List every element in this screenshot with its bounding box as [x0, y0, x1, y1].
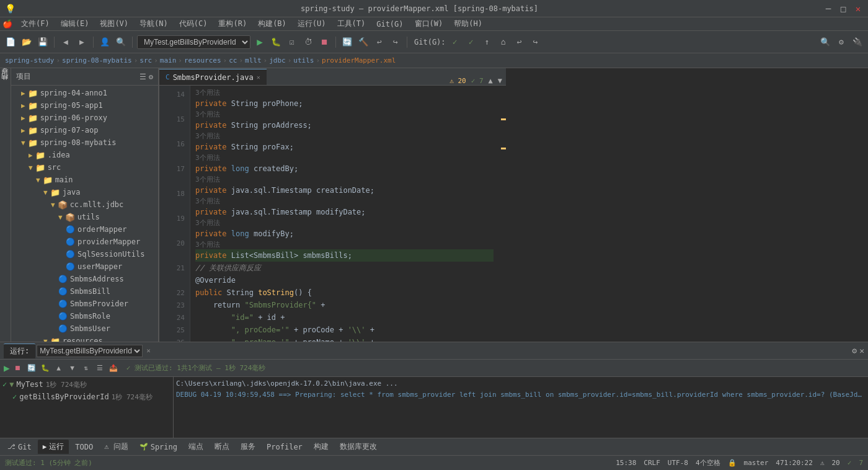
run-filter-btn[interactable]: ☰ [94, 363, 105, 374]
update-btn[interactable]: 🔄 [340, 35, 354, 49]
footer-tab-breakpoints[interactable]: 断点 [210, 440, 234, 454]
tree-item-resources[interactable]: ▼📁resources [11, 335, 158, 342]
nav-spring-study[interactable]: spring-study [5, 56, 54, 64]
run-sort-btn[interactable]: ⇅ [81, 363, 92, 374]
maximize-btn[interactable]: □ [838, 4, 848, 14]
forward-btn[interactable]: ▶ [75, 35, 89, 49]
footer-tab-services[interactable]: 服务 [236, 440, 260, 454]
close-btn[interactable]: ✕ [853, 4, 863, 14]
status-charset[interactable]: UTF-8 [668, 459, 688, 467]
back-btn[interactable]: ◀ [59, 35, 73, 49]
tree-item-orderMapper-java[interactable]: 🔵orderMapper [11, 223, 158, 236]
run-next-btn[interactable]: ▼ [67, 363, 78, 374]
run-rerun-btn[interactable]: 🔄 [26, 363, 37, 374]
tab-smbmsprovider-java[interactable]: C SmbmsProvider.java ✕ [159, 69, 267, 85]
footer-tab-profiler[interactable]: Profiler [262, 441, 308, 453]
nav-utils[interactable]: utils [293, 56, 314, 64]
test-suite-row[interactable]: ✓ ▼ MyTest 1秒 724毫秒 [0, 378, 173, 391]
tree-item-smbmsaddress[interactable]: 🔵SmbmsAddress [11, 273, 158, 285]
tree-item-providerMapper-java[interactable]: 🔵providerMapper [11, 236, 158, 248]
search-btn[interactable]: 🔍 [818, 35, 832, 49]
tree-item-cc-mllt[interactable]: ▼📦cc.mllt.jdbc [11, 198, 158, 211]
footer-tab-spring[interactable]: 🌱 Spring [135, 441, 182, 453]
footer-tab-problems[interactable]: ⚠ 问题 [99, 440, 133, 454]
settings-btn[interactable]: ⚙ [835, 35, 848, 49]
tree-item-spring-07[interactable]: ▶📁spring-07-aop [11, 124, 158, 136]
nav-mllt[interactable]: mllt [245, 56, 262, 64]
run-config-select[interactable]: MyTest.getBillsByProviderId [37, 345, 143, 357]
menu-git[interactable]: Git(G) [371, 19, 408, 30]
new-btn[interactable]: 📄 [4, 35, 17, 49]
footer-tab-todo[interactable]: TODO [70, 441, 98, 453]
status-indent[interactable]: 4个空格 [696, 458, 720, 468]
user-btn[interactable]: 👤 [98, 35, 112, 49]
run-close-tab[interactable]: ✕ [146, 347, 151, 355]
tree-item-smbmsbill[interactable]: 🔵SmbmsBill [11, 285, 158, 298]
tree-item-spring-04[interactable]: ▶📁spring-04-anno1 [11, 87, 158, 99]
profile-btn[interactable]: ⏱ [301, 35, 315, 49]
nav-resources[interactable]: resources [184, 56, 221, 64]
menu-help[interactable]: 帮助(H) [449, 17, 487, 30]
footer-tab-build[interactable]: 构建 [309, 440, 334, 454]
run-config-dropdown[interactable]: MyTest.getBillsByProviderId [137, 35, 250, 49]
nav-spring-08[interactable]: spring-08-mybatis [62, 56, 132, 64]
run-btn[interactable]: ▶ [253, 35, 267, 49]
debug-btn[interactable]: 🐛 [269, 35, 283, 49]
run-prev-btn[interactable]: ▲ [53, 363, 64, 374]
tree-item-smbmsuser[interactable]: 🔵SmbmsUser [11, 322, 158, 335]
status-crlf[interactable]: CRLF [644, 459, 660, 467]
run-debug-btn[interactable]: 🐛 [40, 363, 51, 374]
nav-src[interactable]: src [140, 56, 152, 64]
menu-build[interactable]: 构建(B) [253, 17, 291, 30]
git-check2-btn[interactable]: ✓ [464, 35, 478, 49]
tree-item-spring-06[interactable]: ▶📁spring-06-proxy [11, 112, 158, 124]
sidebar-settings-btn[interactable]: ⚙ [149, 73, 153, 81]
menu-window[interactable]: 窗口(W) [410, 17, 448, 30]
side-tool-doc[interactable]: 结构 [0, 83, 11, 88]
tree-item-smbmsprovider[interactable]: 🔵SmbmsProvider [11, 298, 158, 310]
footer-tab-run[interactable]: ▶ 运行 [38, 440, 69, 454]
menu-navigate[interactable]: 导航(N) [135, 17, 173, 30]
tree-item-spring-05[interactable]: ▶📁spring-05-app1 [11, 99, 158, 112]
tree-item-main[interactable]: ▼📁main [11, 174, 158, 186]
sidebar-collapse-btn[interactable]: ☰ [140, 73, 146, 81]
status-ok-count[interactable]: 7 [859, 459, 863, 467]
footer-tab-endpoints[interactable]: 端点 [184, 440, 208, 454]
open-btn[interactable]: 📂 [20, 35, 33, 49]
search-everywhere-btn[interactable]: 🔍 [114, 35, 128, 49]
coverage-btn[interactable]: ☑ [285, 35, 299, 49]
menu-edit[interactable]: 编辑(E) [56, 17, 94, 30]
tree-item-src[interactable]: ▼📁src [11, 161, 158, 174]
tree-item-utils[interactable]: ▼📦utils [11, 211, 158, 223]
menu-code[interactable]: 代码(C) [174, 17, 213, 30]
java-code-area[interactable]: 3个用法 private String proPhone; 3个用法 priva… [190, 86, 498, 342]
java-tab-close[interactable]: ✕ [257, 74, 260, 81]
tree-item-idea[interactable]: ▶📁.idea [11, 149, 158, 161]
bottom-tab-run[interactable]: 运行: [4, 344, 35, 358]
bottom-settings-btn[interactable]: ⚙ [852, 346, 857, 355]
tree-item-userMapper-java[interactable]: 🔵userMapper [11, 260, 158, 273]
undo-btn[interactable]: ↩ [373, 35, 386, 49]
footer-tab-data-changes[interactable]: 数据库更改 [335, 440, 382, 454]
git-redo-btn[interactable]: ↪ [529, 35, 542, 49]
run-stop-btn[interactable]: ⏹ [12, 363, 24, 374]
nav-main[interactable]: main [160, 56, 177, 64]
redo-btn[interactable]: ↪ [389, 35, 402, 49]
git-check-btn[interactable]: ✓ [448, 35, 462, 49]
save-btn[interactable]: 💾 [36, 35, 50, 49]
nav-cc[interactable]: cc [229, 56, 237, 64]
build-btn[interactable]: 🔨 [356, 35, 370, 49]
side-tool-project[interactable]: 项目 [0, 71, 11, 76]
side-tool-commit[interactable]: 提交 [0, 77, 11, 82]
status-warnings[interactable]: 20 [832, 459, 840, 467]
run-play-btn[interactable]: ▶ [4, 362, 10, 374]
status-branch[interactable]: master [744, 459, 769, 467]
menu-view[interactable]: 视图(V) [95, 17, 133, 30]
run-export-btn[interactable]: 📤 [108, 363, 119, 374]
status-line-col[interactable]: 471:20:22 [776, 459, 813, 467]
tree-item-sqlsession[interactable]: 🔵SqlSessionUtils [11, 248, 158, 260]
menu-tools[interactable]: 工具(T) [332, 17, 371, 30]
menu-run[interactable]: 运行(U) [293, 17, 331, 30]
java-expand-btn[interactable]: ▲ [489, 76, 493, 85]
git-push-btn[interactable]: ↑ [480, 35, 494, 49]
